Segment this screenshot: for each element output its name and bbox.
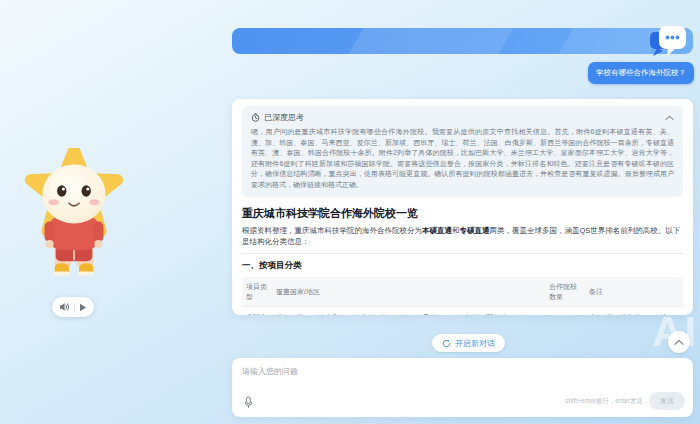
deep-think-header[interactable]: 已深度思考 bbox=[251, 112, 674, 123]
cell-count: 100+所 bbox=[545, 307, 585, 316]
answer-title: 重庆城市科技学院合作海外院校一览 bbox=[242, 206, 683, 221]
deep-think-label: 已深度思考 bbox=[264, 112, 304, 123]
chevron-up-icon bbox=[674, 339, 684, 346]
speaker-icon[interactable] bbox=[59, 302, 70, 312]
audio-control-pill bbox=[52, 297, 94, 317]
answer-card: 已深度思考 嗯，用户问的是重庆城市科技学院有哪些合作海外院校。我需要从提供的原文… bbox=[232, 99, 693, 315]
cooperation-table: 项目类型 覆盖国家/地区 合作院校数量 备注 本硕直通 英国、美国、澳大利亚、加… bbox=[242, 277, 683, 315]
scroll-top-button[interactable] bbox=[668, 331, 690, 353]
play-icon[interactable] bbox=[79, 303, 87, 312]
col-header-countries: 覆盖国家/地区 bbox=[272, 277, 545, 307]
user-message-bubble: 学校有哪些合作海外院校？ bbox=[588, 62, 694, 84]
col-header-count: 合作院校数量 bbox=[545, 277, 585, 307]
microphone-icon[interactable] bbox=[241, 395, 255, 410]
cell-type: 本硕直通 bbox=[242, 307, 272, 316]
cell-countries: 英国、美国、澳大利亚、加拿大、韩国、泰国、马来西亚、爱尔兰、新加坡、西班牙、瑞士… bbox=[272, 307, 545, 316]
new-chat-label: 开启新对话 bbox=[455, 338, 495, 349]
input-panel: shift+enter换行，enter发送 发送 bbox=[232, 358, 693, 417]
intro-bold-zhuanshuo: 专硕直通 bbox=[460, 226, 490, 235]
divider bbox=[242, 253, 683, 254]
new-chat-button[interactable]: 开启新对话 bbox=[432, 334, 505, 352]
mascot-star-character bbox=[18, 148, 130, 286]
intro-text: 和 bbox=[452, 226, 460, 235]
top-banner bbox=[232, 28, 693, 54]
section-heading: 一、按项目分类 bbox=[242, 260, 683, 272]
table-header-row: 项目类型 覆盖国家/地区 合作院校数量 备注 bbox=[242, 277, 683, 307]
refresh-icon bbox=[442, 339, 451, 348]
deep-think-icon bbox=[251, 113, 260, 122]
question-input[interactable] bbox=[242, 366, 682, 394]
deep-think-content: 嗯，用户问的是重庆城市科技学院有哪些合作海外院校。我需要从提供的原文中查找相关信… bbox=[251, 127, 674, 190]
col-header-note: 备注 bbox=[585, 277, 683, 307]
chat-bubble-icon[interactable] bbox=[648, 23, 690, 59]
deep-think-panel: 已深度思考 嗯，用户问的是重庆城市科技学院有哪些合作海外院校。我需要从提供的原文… bbox=[242, 106, 683, 197]
col-header-type: 项目类型 bbox=[242, 277, 272, 307]
cell-note: 含QS世界排名前150院校，提供梯度申请保障。 bbox=[585, 307, 683, 316]
send-button[interactable]: 发送 bbox=[649, 392, 685, 410]
intro-bold-benshuo: 本硕直通 bbox=[422, 226, 452, 235]
chevron-up-icon[interactable] bbox=[665, 115, 674, 121]
divider bbox=[74, 303, 75, 312]
table-row: 本硕直通 英国、美国、澳大利亚、加拿大、韩国、泰国、马来西亚、爱尔兰、新加坡、西… bbox=[242, 307, 683, 316]
answer-intro: 根据资料整理，重庆城市科技学院的海外合作院校分为本硕直通和专硕直通两类，覆盖全球… bbox=[242, 225, 683, 247]
keyboard-hint: shift+enter换行，enter发送 bbox=[565, 397, 643, 406]
intro-text: 根据资料整理，重庆城市科技学院的海外合作院校分为 bbox=[242, 226, 422, 235]
app-window: 学校有哪些合作海外院校？ bbox=[0, 0, 700, 424]
